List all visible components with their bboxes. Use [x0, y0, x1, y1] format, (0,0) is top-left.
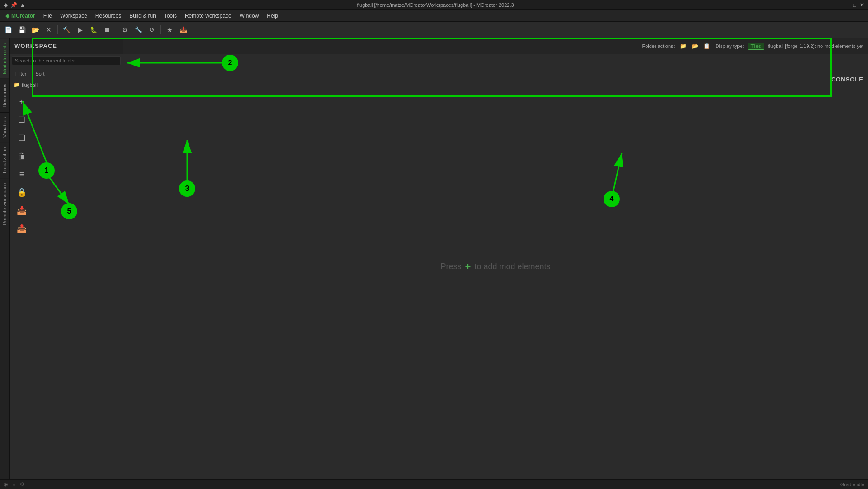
tab-resources[interactable]: Resources	[0, 79, 9, 112]
pin-icon[interactable]: 📌	[10, 2, 17, 8]
app-logo-icon: ◆	[4, 2, 8, 8]
status-bar-left: ◉ ☆ ⚙	[4, 481, 24, 487]
empty-state-message: Press + to add mod elements	[441, 261, 551, 273]
minimize-icon[interactable]: ─	[845, 2, 849, 8]
workspace-filter-toolbar: Filter Sort	[10, 67, 123, 80]
close-icon[interactable]: ✕	[860, 2, 864, 8]
toolbar-build-btn[interactable]: 🔨	[60, 24, 73, 36]
status-icon-2[interactable]: ☆	[12, 481, 16, 487]
workspace-search-container	[10, 54, 123, 67]
workspace-content: + ☐ ❏ 🗑 ≡ 🔒 📥 📤	[10, 90, 123, 479]
left-tabs: Mod elements Resources Variables Localiz…	[0, 38, 10, 479]
workspace-header: WORKSPACE	[10, 38, 123, 54]
window-title: flugball [/home/matze/MCreatorWorkspaces…	[25, 2, 845, 8]
delete-btn[interactable]: 🗑	[14, 148, 30, 164]
toolbar-sep-3	[160, 25, 161, 34]
toolbar-debug-btn[interactable]: 🐛	[87, 24, 100, 36]
sort-button[interactable]: Sort	[32, 70, 48, 77]
toolbar-close-btn[interactable]: ✕	[42, 24, 55, 36]
toolbar-gradle-btn[interactable]: 🔧	[132, 24, 145, 36]
workspace-actions: + ☐ ❏ 🗑 ≡ 🔒 📥 📤	[10, 90, 123, 240]
sort-btn[interactable]: ≡	[14, 166, 30, 182]
tab-variables[interactable]: Variables	[0, 112, 9, 142]
minimize-restore-icon[interactable]: ▲	[20, 2, 25, 8]
workspace-title: WORKSPACE	[14, 43, 57, 49]
menu-window[interactable]: Window	[236, 12, 263, 20]
display-type-label: Display type:	[716, 43, 744, 49]
main-layout: Mod elements Resources Variables Localiz…	[0, 38, 868, 479]
lock-btn[interactable]: 🔒	[14, 184, 30, 200]
mcreator-brand: ◆ MCreator	[2, 13, 39, 19]
toolbar-new-btn[interactable]: 📄	[2, 24, 14, 36]
element-view-btn[interactable]: ☐	[14, 112, 30, 128]
empty-workspace-area: Press + to add mod elements	[123, 54, 868, 479]
add-elements-label: to add mod elements	[474, 262, 550, 271]
toolbar-stop-btn[interactable]: ⏹	[101, 24, 113, 36]
toolbar-settings-btn[interactable]: ⚙	[118, 24, 131, 36]
status-icon-3[interactable]: ⚙	[20, 481, 24, 487]
workspace-panel: WORKSPACE Filter Sort 📁 flugball + ☐ ❏ 🗑…	[10, 38, 123, 479]
content-top-bar: Folder actions: 📁 📂 📋 Display type: Tile…	[123, 38, 868, 54]
toolbar: 📄 💾 📂 ✕ 🔨 ▶ 🐛 ⏹ ⚙ 🔧 ↺ ★ 📤	[0, 22, 868, 38]
menu-bar: ◆ MCreator File Workspace Resources Buil…	[0, 10, 868, 22]
brand-icon: ◆	[5, 13, 9, 19]
add-element-button[interactable]: +	[14, 94, 30, 110]
menu-file[interactable]: File	[40, 12, 56, 20]
export-btn[interactable]: 📤	[14, 220, 30, 237]
menu-remote-workspace[interactable]: Remote workspace	[181, 12, 235, 20]
menu-help[interactable]: Help	[263, 12, 282, 20]
search-input[interactable]	[12, 56, 121, 65]
menu-build-run[interactable]: Build & run	[126, 12, 160, 20]
brand-label: MCreator	[11, 13, 35, 19]
console-label[interactable]: CONSOLE	[831, 76, 863, 83]
workspace-breadcrumb: 📁 flugball	[10, 80, 123, 90]
status-bar: ◉ ☆ ⚙ Gradle idle	[0, 479, 868, 489]
menu-resources[interactable]: Resources	[92, 12, 125, 20]
duplicate-btn[interactable]: ❏	[14, 130, 30, 146]
import-btn[interactable]: 📥	[14, 202, 30, 218]
status-icon-1[interactable]: ◉	[4, 481, 8, 487]
filter-button[interactable]: Filter	[12, 70, 30, 77]
title-bar-right-icons: ─ □ ✕	[845, 2, 864, 8]
folder-actions-label: Folder actions:	[642, 43, 675, 49]
menu-workspace[interactable]: Workspace	[57, 12, 91, 20]
toolbar-sep-2	[116, 25, 116, 34]
plus-icon: +	[465, 261, 471, 273]
toolbar-run-btn[interactable]: ▶	[74, 24, 86, 36]
menu-tools[interactable]: Tools	[160, 12, 180, 20]
toolbar-open-btn[interactable]: 📂	[29, 24, 42, 36]
tab-remote-workspace[interactable]: Remote workspace	[0, 178, 9, 230]
workspace-status-text: flugball [forge-1.19.2]: no mod elements…	[768, 43, 863, 49]
tiles-display-button[interactable]: Tiles	[748, 43, 764, 50]
breadcrumb-text: flugball	[22, 82, 38, 88]
tab-localization[interactable]: Localization	[0, 142, 9, 178]
press-label: Press	[441, 262, 462, 271]
toolbar-export-btn[interactable]: 📤	[177, 24, 189, 36]
folder-action-1[interactable]: 📁	[679, 41, 689, 51]
main-content: Folder actions: 📁 📂 📋 Display type: Tile…	[123, 38, 868, 479]
folder-action-3[interactable]: 📋	[702, 41, 712, 51]
toolbar-mcreator-btn[interactable]: ★	[163, 24, 176, 36]
folder-action-2[interactable]: 📂	[690, 41, 700, 51]
maximize-icon[interactable]: □	[853, 2, 856, 8]
toolbar-save-btn[interactable]: 💾	[15, 24, 28, 36]
toolbar-refresh-btn[interactable]: ↺	[146, 24, 158, 36]
folder-icon: 📁	[14, 82, 20, 88]
tab-mod-elements[interactable]: Mod elements	[0, 38, 9, 79]
title-bar: ◆ 📌 ▲ flugball [/home/matze/MCreatorWork…	[0, 0, 868, 10]
title-bar-left-icons: ◆ 📌 ▲	[4, 2, 25, 8]
toolbar-sep-1	[57, 25, 58, 34]
content-top-right: Folder actions: 📁 📂 📋 Display type: Tile…	[642, 41, 863, 51]
folder-actions-group: 📁 📂 📋	[679, 41, 712, 51]
gradle-status-text: Gradle idle	[840, 482, 864, 487]
